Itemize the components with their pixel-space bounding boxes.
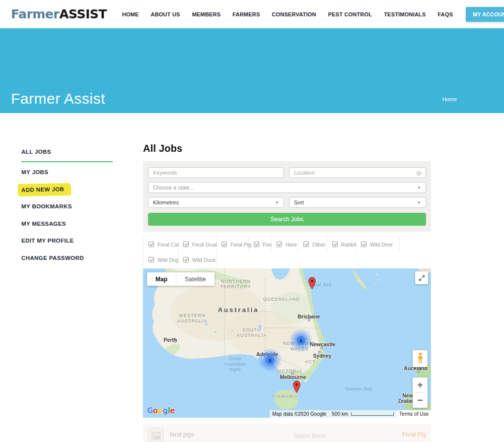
nav-about-us[interactable]: ABOUT US — [151, 11, 180, 17]
map-data-credit: Map data ©2020 Google — [270, 410, 329, 418]
map-pin-tasmania[interactable] — [293, 380, 300, 393]
filter-wild-duck[interactable]: Wild Duck — [178, 252, 217, 267]
distance-select-value: Kilometres — [153, 199, 179, 205]
pegman-icon — [417, 352, 424, 365]
nav-pest-control[interactable]: PEST CONTROL — [328, 11, 372, 17]
sort-select[interactable]: Sort ▼ — [289, 197, 426, 208]
fullscreen-button[interactable] — [415, 271, 428, 284]
checkbox-icon — [148, 257, 154, 262]
filter-wild-deer[interactable]: Wild Deer — [356, 237, 400, 252]
location-input[interactable] — [289, 168, 426, 178]
logo-letter: o — [158, 406, 163, 415]
job-search-panel: Choose a state... ▼ Kilometres ▼ Sort ▼ … — [143, 161, 431, 232]
image-placeholder-icon — [151, 431, 161, 441]
label-western-australia: WESTERN AUSTRALIA — [177, 313, 208, 324]
top-navbar: FarmerASSIST HOME ABOUT US MEMBERS FARME… — [0, 0, 504, 28]
map-scale: 500 km — [329, 410, 397, 418]
keywords-input[interactable] — [148, 168, 284, 178]
filter-label: Feral Cat — [157, 242, 179, 248]
google-logo[interactable]: Google — [147, 406, 175, 415]
label-melbourne: Melbourne — [280, 375, 306, 380]
checkbox-icon — [277, 242, 282, 247]
pegman-control[interactable] — [413, 350, 428, 367]
label-northern-territory: NORTHERN TERRITORY — [220, 279, 251, 290]
filter-fox[interactable]: Fox — [249, 237, 272, 252]
sidebar-item-my-jobs[interactable]: MY JOBS — [21, 169, 113, 176]
checkbox-icon — [183, 257, 189, 262]
filter-feral-pig[interactable]: Feral Pig — [216, 237, 249, 252]
checkbox-icon — [221, 242, 227, 247]
job-location: Tailem Bend SA — [293, 428, 372, 442]
search-row-3: Kilometres ▼ Sort ▼ — [148, 197, 426, 208]
pest-filter-list: Feral Cat Feral Goat Feral Pig Fox Hare … — [143, 237, 431, 267]
filter-label: Wild Dog — [157, 257, 179, 263]
hero-title: Farmer Assist — [11, 90, 105, 107]
site-logo[interactable]: FarmerASSIST — [11, 7, 107, 21]
filter-feral-cat[interactable]: Feral Cat — [144, 237, 178, 252]
location-field-wrap — [289, 167, 426, 178]
page: FarmerASSIST HOME ABOUT US MEMBERS FARME… — [0, 0, 504, 442]
label-tasmania: TASMANIA — [271, 394, 298, 399]
filter-label: Hare — [286, 242, 297, 248]
job-list-item[interactable]: feral pigs Tailem Bend SA Feral Pig Post… — [143, 424, 431, 442]
filter-label: Rabbit — [341, 242, 356, 248]
filter-feral-goat[interactable]: Feral Goat — [178, 237, 216, 252]
sidebar-item-my-bookmarks[interactable]: MY BOOKMARKS — [21, 203, 113, 210]
map-attribution: Map data ©2020 Google 500 km Terms of Us… — [270, 410, 431, 418]
zoom-in-button[interactable]: + — [413, 378, 428, 392]
label-south-australia: SOUTH AUSTRALIA — [237, 327, 267, 338]
sidebar-item-change-password[interactable]: CHANGE PASSWORD — [21, 255, 113, 261]
filter-hare[interactable]: Hare — [272, 237, 298, 252]
filter-other[interactable]: Other — [298, 237, 327, 252]
search-row-2: Choose a state... ▼ — [148, 182, 426, 193]
city-dot-newcastle — [321, 347, 323, 349]
keywords-field-wrap — [148, 167, 284, 178]
job-thumbnail — [148, 428, 164, 442]
map-view-button[interactable]: Map — [147, 272, 176, 286]
nav-home[interactable]: HOME — [122, 11, 139, 17]
scale-label: 500 km — [332, 411, 348, 417]
nav-conservation[interactable]: CONSERVATION — [272, 11, 316, 17]
filter-wild-dog[interactable]: Wild Dog — [144, 252, 178, 267]
nav-farmers[interactable]: FARMERS — [232, 11, 260, 17]
filter-label: Feral Goat — [192, 242, 217, 248]
zoom-control: + − — [413, 378, 428, 408]
map-cluster-nsw[interactable]: 3 — [296, 336, 305, 345]
zoom-out-button[interactable]: − — [413, 393, 428, 408]
sidebar-item-add-new-job[interactable]: ADD NEW JOB — [21, 187, 113, 193]
logo-letter: o — [153, 406, 158, 415]
checkbox-icon — [303, 242, 309, 247]
nav-faqs[interactable]: FAQS — [438, 11, 453, 17]
label-great-australian-bight: Great Australian Bight — [223, 356, 246, 372]
distance-select[interactable]: Kilometres ▼ — [148, 197, 284, 208]
search-jobs-button[interactable]: Search Jobs — [148, 213, 426, 226]
filter-label: Other — [312, 242, 325, 248]
job-title: feral pigs — [164, 428, 293, 442]
checkbox-icon — [254, 242, 259, 247]
expand-icon — [419, 275, 425, 281]
search-row-1 — [148, 167, 426, 178]
checkbox-icon — [148, 242, 154, 247]
breadcrumb-home[interactable]: Home — [442, 96, 457, 102]
filter-rabbit[interactable]: Rabbit — [327, 237, 356, 252]
map-cluster-adelaide[interactable]: 5 — [266, 356, 275, 365]
sidebar-item-edit-my-profile[interactable]: EDIT MY PROFILE — [21, 238, 113, 244]
my-account-button[interactable]: MY ACCOUNT — [466, 7, 504, 22]
satellite-view-button[interactable]: Satellite — [176, 272, 215, 286]
sidebar-item-all-jobs[interactable]: ALL JOBS — [21, 149, 113, 162]
filter-label: Wild Duck — [192, 257, 216, 263]
city-dot-melbourne — [291, 373, 294, 375]
nav-members[interactable]: MEMBERS — [192, 11, 221, 17]
nav-testimonials[interactable]: TESTIMONIALS — [384, 11, 426, 17]
geolocate-icon[interactable] — [416, 170, 422, 179]
map-pin-queensland[interactable] — [308, 277, 316, 290]
sidebar-item-my-messages[interactable]: MY MESSAGES — [21, 221, 113, 227]
job-category-link[interactable]: Feral Pig — [372, 431, 426, 438]
terms-of-use-link[interactable]: Terms of Use — [397, 410, 431, 418]
city-dot-perth — [174, 340, 176, 343]
jobs-map[interactable]: NORTHERN TERRITORY QUEENSLAND Australia … — [143, 268, 431, 418]
state-select[interactable]: Choose a state... ▼ — [148, 182, 426, 193]
city-dot-brisbane — [308, 319, 310, 321]
job-location-town: Tailem Bend — [293, 431, 372, 441]
chevron-down-icon: ▼ — [417, 186, 421, 190]
